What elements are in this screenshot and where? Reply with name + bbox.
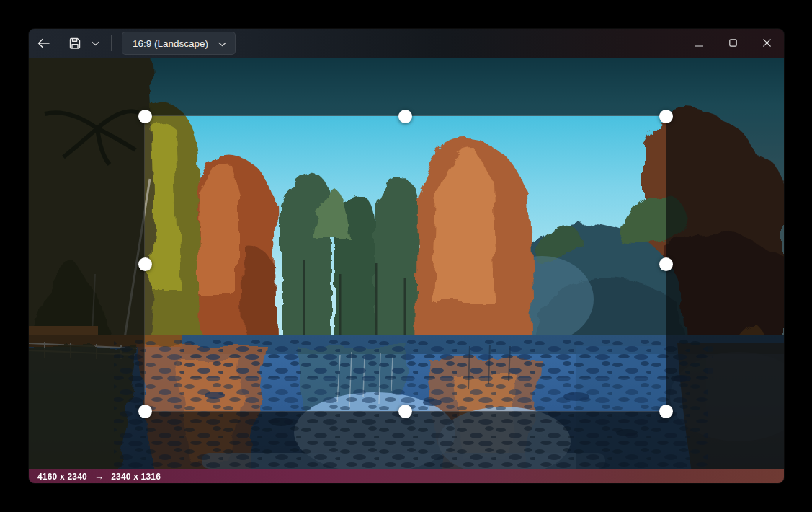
close-icon: [763, 38, 771, 49]
save-split-button[interactable]: [58, 29, 107, 58]
chevron-down-icon: [92, 41, 99, 46]
crop-handle-top-left[interactable]: [138, 110, 152, 123]
minimize-button[interactable]: [682, 29, 716, 58]
maximize-icon: [729, 38, 737, 49]
crop-dimensions: 2340 x 1316: [111, 472, 161, 482]
maximize-button[interactable]: [716, 29, 750, 58]
crop-region[interactable]: [145, 116, 666, 411]
minimize-icon: [695, 38, 703, 49]
aspect-ratio-dropdown[interactable]: 16:9 (Landscape): [122, 32, 236, 55]
back-button[interactable]: [29, 29, 58, 58]
status-bar: 4160 x 2340 → 2340 x 1316: [29, 469, 784, 483]
toolbar-divider: [111, 35, 112, 51]
aspect-ratio-value: 16:9 (Landscape): [133, 38, 208, 49]
crop-handle-middle-left[interactable]: [138, 257, 152, 271]
crop-handle-bottom-right[interactable]: [659, 405, 673, 418]
back-arrow-icon: [37, 38, 50, 48]
crop-handle-top-right[interactable]: [659, 110, 673, 123]
crop-handle-bottom-center[interactable]: [398, 405, 412, 418]
original-dimensions: 4160 x 2340: [37, 472, 87, 482]
save-icon: [68, 37, 81, 50]
chevron-down-icon: [218, 38, 226, 49]
desktop-background: 16:9 (Landscape): [0, 0, 812, 512]
photos-crop-window: 16:9 (Landscape): [29, 29, 784, 483]
titlebar: 16:9 (Landscape): [29, 29, 784, 58]
close-button[interactable]: [750, 29, 784, 58]
crop-handle-bottom-left[interactable]: [138, 405, 152, 418]
crop-handle-middle-right[interactable]: [659, 257, 673, 271]
photo-canvas: [29, 58, 784, 469]
resize-arrow: →: [94, 471, 104, 482]
crop-handle-top-center[interactable]: [398, 110, 412, 123]
